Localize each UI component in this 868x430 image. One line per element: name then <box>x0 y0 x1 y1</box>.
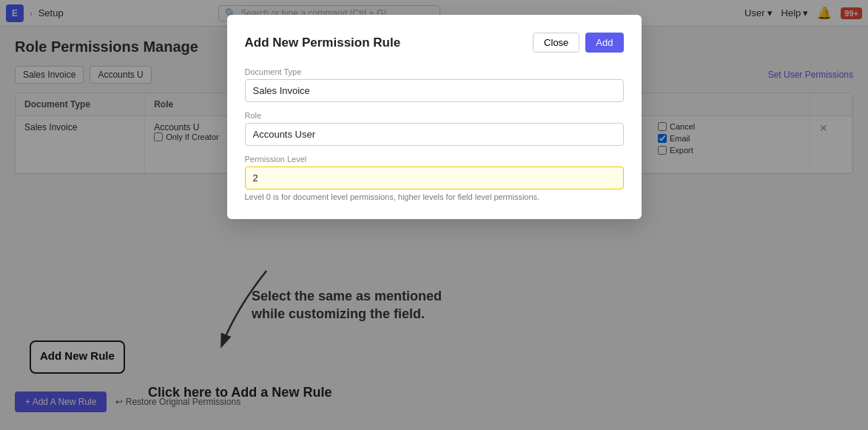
permission-level-label: Permission Level <box>245 155 624 164</box>
modal-close-button[interactable]: Close <box>533 33 579 53</box>
modal-actions: Close Add <box>533 33 623 53</box>
modal-overlay: Add New Permission Rule Close Add Docume… <box>0 0 868 430</box>
permission-level-hint: Level 0 is for document level permission… <box>245 192 624 201</box>
role-label: Role <box>245 111 624 120</box>
modal-header: Add New Permission Rule Close Add <box>245 33 624 53</box>
add-permission-rule-modal: Add New Permission Rule Close Add Docume… <box>227 15 642 219</box>
document-type-label: Document Type <box>245 67 624 76</box>
modal-title: Add New Permission Rule <box>245 36 401 50</box>
modal-add-button[interactable]: Add <box>585 33 623 53</box>
permission-level-input[interactable] <box>245 167 624 189</box>
document-type-input[interactable] <box>245 79 624 102</box>
role-input[interactable] <box>245 123 624 146</box>
select-annotation-text: Select the same as mentioned while custo… <box>252 288 474 323</box>
